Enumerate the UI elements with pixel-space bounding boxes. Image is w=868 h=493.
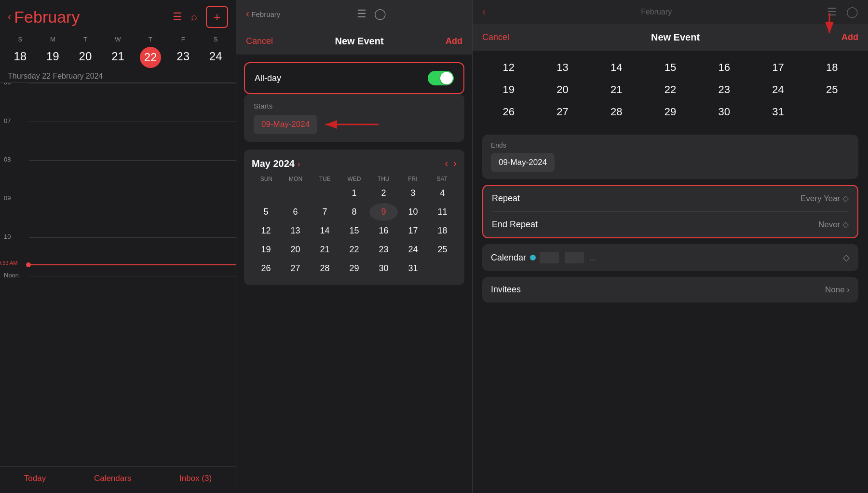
r-day-28[interactable]: 28 — [590, 101, 643, 123]
calendars-button[interactable]: Calendars — [94, 474, 132, 483]
allday-toggle[interactable] — [428, 71, 454, 85]
r-day-21[interactable]: 21 — [590, 79, 643, 101]
time-slot-09: 09 — [29, 199, 236, 237]
mini-day-12[interactable]: 12 — [252, 222, 280, 240]
r-day-22[interactable]: 22 — [644, 79, 697, 101]
panel2-back-icon[interactable]: ‹ — [246, 8, 249, 20]
r-day-24[interactable]: 24 — [752, 79, 805, 101]
mini-day-23[interactable]: 23 — [369, 241, 398, 259]
mini-day-4[interactable]: 4 — [428, 184, 457, 202]
r-day-19[interactable]: 19 — [482, 79, 535, 101]
right-profile-icon[interactable]: ◯ — [846, 6, 858, 18]
right-cal-row2: 19 20 21 22 23 24 25 — [482, 79, 858, 101]
mini-day-31[interactable]: 31 — [399, 260, 427, 277]
r-day-12[interactable]: 12 — [482, 56, 535, 79]
mini-day-11[interactable]: 11 — [428, 203, 457, 221]
calendar-row[interactable]: Calendar ... ◇ — [482, 244, 858, 271]
date-20[interactable]: 20 — [69, 47, 102, 68]
mini-day-16[interactable]: 16 — [369, 222, 398, 240]
mini-day-28[interactable]: 28 — [311, 260, 339, 277]
mini-day-1[interactable]: 1 — [340, 184, 368, 202]
mini-day-7[interactable]: 7 — [311, 203, 339, 221]
add-button-p3[interactable]: Add — [841, 32, 858, 42]
time-label-07: 07 — [4, 117, 11, 124]
r-day-17[interactable]: 17 — [752, 56, 805, 79]
today-button[interactable]: Today — [24, 474, 46, 483]
r-day-29[interactable]: 29 — [644, 101, 697, 123]
search-icon[interactable]: ⌕ — [191, 11, 197, 23]
header-icons: ☰ ⌕ + — [173, 6, 228, 28]
add-button[interactable]: + — [206, 6, 228, 28]
date-23[interactable]: 23 — [167, 47, 200, 68]
mini-label-thu: THU — [369, 176, 398, 182]
panel2-profile-icon[interactable]: ◯ — [374, 8, 386, 20]
r-day-14[interactable]: 14 — [590, 56, 643, 79]
panel2-month-hint: February — [251, 10, 280, 18]
mini-day-25[interactable]: 25 — [428, 241, 457, 259]
r-day-26[interactable]: 26 — [482, 101, 535, 123]
mini-day-10[interactable]: 10 — [399, 203, 427, 221]
date-18[interactable]: 18 — [4, 47, 37, 68]
mini-day-17[interactable]: 17 — [399, 222, 427, 240]
right-action-header: Cancel New Event Add — [473, 24, 868, 51]
list-icon[interactable]: ☰ — [173, 11, 182, 23]
invitees-row[interactable]: Invitees None › — [482, 277, 858, 302]
calendar-row-label: Calendar — [491, 253, 526, 263]
r-day-16[interactable]: 16 — [698, 56, 751, 79]
r-day-31[interactable]: 31 — [752, 101, 805, 123]
end-repeat-row[interactable]: End Repeat Never ◇ — [483, 212, 857, 237]
start-date-arrow — [323, 118, 381, 131]
mini-day-27[interactable]: 27 — [281, 260, 310, 277]
mini-day-14[interactable]: 14 — [311, 222, 339, 240]
mini-day-6[interactable]: 6 — [281, 203, 310, 221]
r-day-27[interactable]: 27 — [536, 101, 589, 123]
mini-day-20[interactable]: 20 — [281, 241, 310, 259]
mini-day-30[interactable]: 30 — [369, 260, 398, 277]
r-day-15[interactable]: 15 — [644, 56, 697, 79]
inbox-button[interactable]: Inbox (3) — [179, 474, 212, 483]
mini-day-18[interactable]: 18 — [428, 222, 457, 240]
mini-prev-btn[interactable]: ‹ — [445, 157, 448, 170]
r-day-13[interactable]: 13 — [536, 56, 589, 79]
mini-day-29[interactable]: 29 — [340, 260, 368, 277]
mini-day-15[interactable]: 15 — [340, 222, 368, 240]
mini-month-chevron[interactable]: › — [298, 159, 300, 169]
mini-day-24[interactable]: 24 — [399, 241, 427, 259]
r-day-23[interactable]: 23 — [698, 79, 751, 101]
r-day-30[interactable]: 30 — [698, 101, 751, 123]
start-date-pill[interactable]: 09-May-2024 — [254, 115, 317, 134]
calendar-chevron: ◇ — [843, 252, 850, 263]
mini-day-3[interactable]: 3 — [399, 184, 427, 202]
back-arrow-icon[interactable]: ‹ — [8, 11, 11, 23]
mini-day-22[interactable]: 22 — [340, 241, 368, 259]
panel2-list-icon[interactable]: ☰ — [357, 8, 366, 20]
right-back-icon[interactable]: ‹ — [482, 6, 486, 18]
day-label-fri: F — [167, 34, 200, 45]
mini-day-5[interactable]: 5 — [252, 203, 280, 221]
end-date-pill[interactable]: 09-May-2024 — [491, 153, 555, 172]
r-day-18[interactable]: 18 — [805, 56, 858, 79]
mini-day-2[interactable]: 2 — [369, 184, 398, 202]
mini-day-21[interactable]: 21 — [311, 241, 339, 259]
timeline: 06 07 08 09 10 10:53 AM Noon — [0, 83, 236, 466]
mini-label-tue: TUE — [310, 176, 339, 182]
mini-day-19[interactable]: 19 — [252, 241, 280, 259]
cancel-button-p3[interactable]: Cancel — [482, 32, 509, 42]
mini-next-btn[interactable]: › — [453, 157, 457, 170]
date-22-today[interactable]: 22 — [140, 47, 161, 68]
date-19[interactable]: 19 — [37, 47, 69, 68]
r-day-25[interactable]: 25 — [805, 79, 858, 101]
r-day-20[interactable]: 20 — [536, 79, 589, 101]
add-button-p2[interactable]: Add — [446, 36, 462, 46]
mini-day-8[interactable]: 8 — [340, 203, 368, 221]
mini-day-empty4 — [428, 260, 457, 277]
mini-day-13[interactable]: 13 — [281, 222, 310, 240]
date-21[interactable]: 21 — [102, 47, 135, 68]
day-label-mon: M — [37, 34, 69, 45]
cancel-button-p2[interactable]: Cancel — [246, 36, 273, 46]
repeat-row[interactable]: Repeat Every Year ◇ — [483, 186, 857, 211]
date-24[interactable]: 24 — [199, 47, 232, 68]
mini-day-9-selected[interactable]: 9 — [369, 203, 398, 221]
repeat-value: Every Year ◇ — [800, 193, 849, 204]
mini-day-26[interactable]: 26 — [252, 260, 280, 277]
